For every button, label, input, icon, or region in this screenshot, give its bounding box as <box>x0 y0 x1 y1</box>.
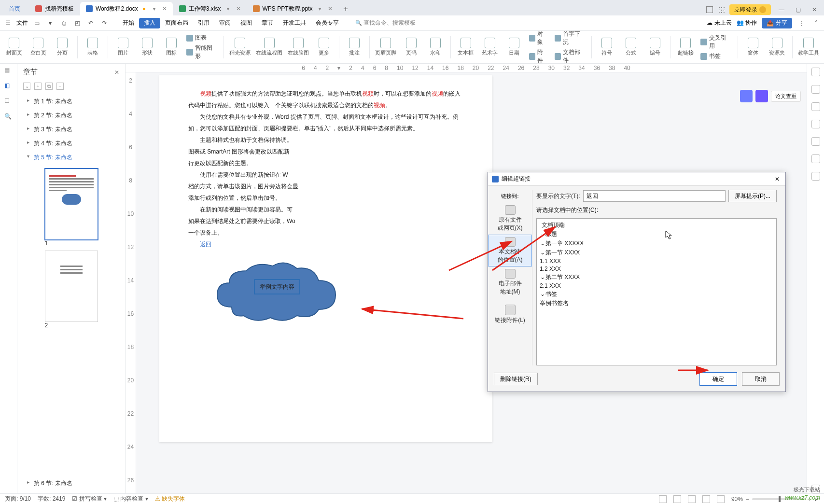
tab-review[interactable]: 审阅 <box>214 15 236 31</box>
ribbon-table[interactable]: 表格 <box>82 33 104 61</box>
ribbon-chart-smart[interactable]: 图表 智能图形 <box>184 33 220 61</box>
sidebar-dup-icon[interactable]: ⧉ <box>45 83 53 90</box>
tab-close-icon[interactable]: ✕ <box>328 5 333 12</box>
save-icon[interactable]: ▾ <box>45 18 55 28</box>
ribbon-resource[interactable]: 稻壳资源 <box>228 33 252 61</box>
titlebar-icon-apps[interactable] <box>718 6 725 13</box>
tree-n21[interactable]: 2.1 XXX <box>540 282 773 290</box>
section-item-active[interactable]: 第 5 节: 未命名 <box>17 151 125 165</box>
tab-dropdown-icon[interactable]: ▾ <box>153 6 155 12</box>
view-mode-icon[interactable] <box>717 495 725 503</box>
ribbon-symbol[interactable]: 符号 <box>596 33 618 61</box>
ribbon-teaching[interactable]: 教学工具 <box>796 33 821 61</box>
collab-button[interactable]: 👥 协作 <box>737 19 757 27</box>
tab-doc-active[interactable]: Word教程2.docx ▾ ✕ <box>80 2 173 15</box>
tab-template[interactable]: 找稻壳模板 <box>29 2 80 15</box>
ribbon-numbering[interactable]: 编号 <box>644 33 666 61</box>
ribbon-pagenum[interactable]: 页码 <box>400 33 422 61</box>
horizontal-ruler[interactable]: 642▾246810121416182022242628303234363840 <box>126 64 807 72</box>
sidebar-del-icon[interactable]: − <box>56 83 64 90</box>
tree-n12[interactable]: 1.2 XXX <box>540 265 773 273</box>
tree-top[interactable]: 文档顶端 <box>540 221 773 230</box>
opt-file-web[interactable]: 原有文件 或网页(X) <box>488 203 532 235</box>
ribbon-formula[interactable]: 公式 <box>620 33 642 61</box>
more-icon[interactable]: ⋮ <box>797 18 807 28</box>
nav-search-icon[interactable]: 🔍 <box>4 113 13 122</box>
ribbon-wordart[interactable]: 艺术字 <box>479 33 501 61</box>
titlebar-icon-1[interactable] <box>706 6 713 13</box>
ribbon-more[interactable]: 更多 <box>313 33 335 61</box>
redo-icon[interactable]: ↷ <box>99 18 109 28</box>
rpanel-icon[interactable] <box>811 172 820 181</box>
tree-s2[interactable]: ⌄第二节 XXXX <box>540 273 773 282</box>
sidebar-expand-icon[interactable]: ⌄ <box>23 83 30 90</box>
tab-close-icon[interactable]: ✕ <box>236 5 241 12</box>
command-search[interactable]: 🔍 查找命令、搜索模板 <box>355 19 416 27</box>
tab-reference[interactable]: 引用 <box>193 15 214 31</box>
status-font[interactable]: ⚠ 缺失字体 <box>155 495 185 503</box>
rpanel-icon[interactable] <box>811 120 820 128</box>
hyperlink-return[interactable]: 返回 <box>200 241 211 248</box>
tab-close-icon[interactable]: ✕ <box>162 5 167 12</box>
undo-icon[interactable]: ↶ <box>86 18 96 28</box>
ribbon-resfolder[interactable]: 资源夹 <box>766 33 788 61</box>
status-spell[interactable]: ☑ 拼写检查 ▾ <box>72 495 107 503</box>
ribbon-watermark[interactable]: 水印 <box>424 33 447 61</box>
new-tab-button[interactable]: ＋ <box>339 2 352 15</box>
tree-heading[interactable]: ⌄标题 <box>540 230 773 239</box>
ribbon-textbox[interactable]: 文本框 <box>455 33 477 61</box>
window-minimize[interactable]: — <box>776 4 787 15</box>
opt-email[interactable]: 电子邮件 地址(M) <box>488 266 532 298</box>
location-tree[interactable]: 文档顶端 ⌄标题 ⌄第一章 XXXXX ⌄第一节 XXXX 1.1 XXX 1.… <box>536 218 777 365</box>
ribbon-iconlib[interactable]: 图标 <box>160 33 182 61</box>
tree-n11[interactable]: 1.1 XXX <box>540 257 773 265</box>
sidebar-add-icon[interactable]: + <box>34 83 42 90</box>
document-page[interactable]: 视频提供了功能强大的方法帮助您证明您的观点。当您单击联机视频时，可以在想要添加的… <box>159 75 492 442</box>
window-maximize[interactable]: ▢ <box>792 4 804 15</box>
section-item[interactable]: 第 4 节: 未命名 <box>17 137 125 151</box>
opt-this-doc[interactable]: 本文档中 的位置(A) <box>488 235 532 266</box>
tab-dropdown-icon[interactable]: ▾ <box>319 6 321 12</box>
view-mode-icon[interactable] <box>688 495 696 503</box>
ribbon-headerfooter[interactable]: 页眉页脚 <box>374 33 398 61</box>
rpanel-icon[interactable] <box>811 137 820 146</box>
tree-bk1[interactable]: 举例书签名 <box>540 299 773 308</box>
page-thumbnail[interactable] <box>45 168 98 240</box>
ribbon-dropcap-parts[interactable]: 首字下沉 文档部件 <box>553 33 588 61</box>
section-item[interactable]: 第 3 节: 未命名 <box>17 123 125 137</box>
nav-outline-icon[interactable]: ▤ <box>4 67 13 75</box>
nav-bookmark-icon[interactable]: ☐ <box>4 98 13 106</box>
ribbon-object-dropcap[interactable]: 对象 附件 <box>527 33 551 61</box>
tab-start[interactable]: 开始 <box>118 15 139 31</box>
zoom-out-icon[interactable]: − <box>746 496 749 503</box>
cloud-status[interactable]: ☁ 未上云 <box>707 19 731 27</box>
tab-layout[interactable]: 页面布局 <box>160 15 193 31</box>
cancel-button[interactable]: 取消 <box>742 372 780 386</box>
view-mode-icon[interactable] <box>702 495 710 503</box>
tab-insert[interactable]: 插入 <box>139 18 160 28</box>
ribbon-shape[interactable]: 形状 <box>136 33 158 61</box>
ribbon-picture[interactable]: 图片 <box>112 33 134 61</box>
ribbon-crossref[interactable]: 交叉引用 书签 <box>698 33 734 61</box>
display-text-input[interactable] <box>583 190 726 202</box>
ribbon-comment[interactable]: 批注 <box>343 33 365 61</box>
view-mode-icon[interactable] <box>659 495 667 503</box>
tab-view[interactable]: 视图 <box>236 15 257 31</box>
nav-section-icon[interactable]: ◧ <box>4 82 13 91</box>
ribbon-flowchart[interactable]: 在线流程图 <box>254 33 284 61</box>
ribbon-form[interactable]: 窗体 <box>742 33 764 61</box>
dialog-titlebar[interactable]: 编辑超链接 ✕ <box>488 172 785 186</box>
ribbon-date[interactable]: 日期 <box>503 33 525 61</box>
view-mode-icon[interactable] <box>673 495 681 503</box>
screentip-button[interactable]: 屏幕提示(P)... <box>728 190 777 202</box>
menu-icon[interactable]: ☰ <box>3 18 13 28</box>
login-button[interactable]: 立即登录 <box>729 4 771 15</box>
tab-dropdown-icon[interactable]: ▾ <box>227 6 229 12</box>
section-item[interactable]: 第 1 节: 未命名 <box>17 95 125 109</box>
status-page[interactable]: 页面: 9/10 <box>5 495 31 503</box>
rpanel-icon[interactable] <box>811 68 820 76</box>
status-words[interactable]: 字数: 2419 <box>38 495 65 503</box>
ribbon-cover[interactable]: 封面页 <box>3 33 25 61</box>
opt-attach[interactable]: 链接附件(L) <box>488 298 532 330</box>
tab-devtools[interactable]: 开发工具 <box>278 15 311 31</box>
